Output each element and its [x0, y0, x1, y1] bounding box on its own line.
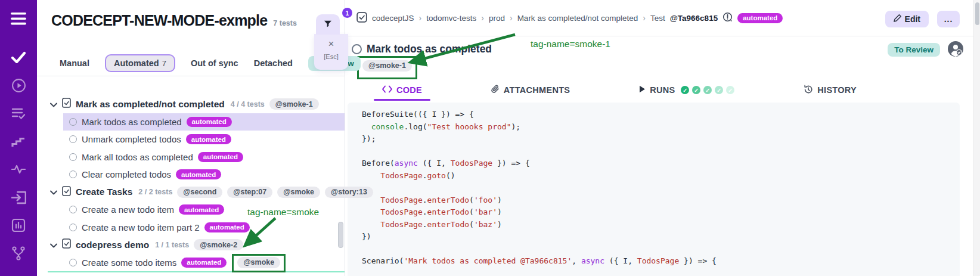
suite-row[interactable]: Create Tasks2 / 2 tests@second@step:07@s…	[37, 184, 345, 201]
tab-code[interactable]: CODE	[382, 85, 422, 95]
code-token: TodosPage	[380, 196, 422, 204]
test-row[interactable]: Create some todo itemsautomated@smoke	[63, 254, 345, 272]
test-title: Create some todo items	[82, 258, 176, 268]
tests-check-icon[interactable]	[10, 48, 27, 66]
breadcrumb-item[interactable]: prod	[489, 14, 505, 23]
tab-label: CODE	[396, 85, 422, 95]
code-token: 'baz'	[474, 220, 497, 229]
tab-out-of-sync[interactable]: Out of sync	[191, 58, 238, 68]
tab-automated[interactable]: Automated7	[105, 54, 175, 72]
code-token: "Test hoooks prod"	[427, 122, 511, 131]
run-passed-icon: ✓	[715, 86, 723, 94]
annotation-tag-name-smoke-1: tag-name=smoke-1	[531, 39, 610, 49]
breadcrumb-item[interactable]: codeceptJS	[372, 14, 414, 23]
run-passed-icon: ✓	[726, 86, 734, 94]
left-panel-scrollbar[interactable]	[338, 222, 343, 248]
code-line: Before(async ({ I, TodosPage }) => {	[362, 157, 960, 170]
analytics-icon[interactable]	[10, 216, 27, 234]
code-token: BeforeSuite(({ I }) => {	[362, 110, 474, 119]
tag-smoke-1[interactable]: @smoke-1	[362, 60, 412, 72]
tag-badge[interactable]: @smoke	[277, 187, 320, 198]
run-status-dots: ✓✓✓✓✓	[681, 86, 734, 94]
code-token: async	[395, 159, 418, 168]
code-token: TodosPage	[451, 159, 492, 168]
test-type-tabs: Manual Automated7 Out of sync Detached T…	[60, 52, 345, 74]
filter-count-badge: 1	[342, 8, 352, 18]
code-line: Scenario('Mark todos as completed @Ta966…	[362, 255, 960, 268]
doc-check-icon	[62, 98, 71, 110]
test-row[interactable]: Mark all todos as completedautomated	[63, 148, 345, 166]
tag-badge[interactable]: @smoke-1	[269, 98, 319, 110]
code-token: });	[362, 134, 376, 143]
test-circle-icon	[69, 135, 77, 143]
tag-badge[interactable]: @second	[177, 187, 222, 198]
tab-label: ATTACHMENTS	[504, 85, 570, 95]
suite-row[interactable]: codepress demo1 / 1 tests@smoke-2	[37, 236, 345, 254]
edit-button[interactable]: Edit	[885, 11, 929, 27]
test-title: Create a new todo item	[82, 204, 174, 215]
close-icon[interactable]: ×	[328, 39, 334, 49]
breadcrumb-item[interactable]: Test	[650, 14, 665, 23]
tab-detached[interactable]: Detached	[254, 58, 293, 68]
tab-automated-count: 7	[162, 59, 166, 68]
tag-badge[interactable]: @step:07	[227, 187, 272, 198]
suite-title: Mark as completed/not completed	[76, 99, 225, 110]
code-line: TodosPage.enterTodo('baz')	[362, 219, 960, 231]
code-token: )	[497, 207, 502, 216]
test-plans-icon[interactable]	[10, 104, 27, 122]
suite-test-count: 2 / 2 tests	[138, 188, 172, 196]
code-line	[362, 243, 960, 256]
tab-history[interactable]: HISTORY	[804, 85, 857, 96]
more-actions-button[interactable]: ...	[937, 11, 960, 27]
annotation-highlight-box: @smoke	[237, 257, 280, 268]
code-line: })	[362, 231, 960, 243]
esc-hint: [Esc]	[324, 53, 338, 60]
tag-badge[interactable]: @smoke-2	[194, 239, 243, 250]
detail-topbar: codeceptJS›todomvc-tests›prod›Mark as co…	[345, 0, 980, 36]
code-token: .	[423, 207, 427, 216]
divider	[37, 76, 345, 76]
pull-requests-icon[interactable]	[10, 188, 27, 206]
pulse-icon[interactable]	[10, 160, 27, 178]
tab-attachments[interactable]: ATTACHMENTS	[491, 84, 570, 96]
test-tree: Mark as completed/not completed4 / 4 tes…	[37, 95, 345, 272]
breadcrumb-separator: ›	[419, 13, 422, 23]
code-token: );	[511, 122, 520, 131]
test-row[interactable]: Create a new todo item part 2automated	[63, 219, 345, 237]
page-scrollbar-thumb[interactable]	[975, 2, 979, 25]
tab-label: RUNS	[650, 85, 675, 95]
suite-title: Create Tasks	[76, 187, 132, 197]
suite-test-count: 1 / 1 tests	[155, 241, 189, 249]
assignee-avatar[interactable]	[948, 41, 963, 57]
code-token: .log(	[404, 122, 427, 131]
runs-play-icon[interactable]	[10, 76, 27, 94]
code-token	[362, 207, 380, 216]
history-clock-icon[interactable]	[722, 12, 733, 24]
branches-icon[interactable]	[10, 244, 27, 262]
chevron-down-icon[interactable]	[50, 187, 57, 197]
status-badge[interactable]: To Review	[888, 43, 940, 57]
page-scrollbar[interactable]	[973, 0, 980, 276]
test-title: Mark todos as completed	[367, 43, 492, 55]
tab-manual[interactable]: Manual	[60, 58, 89, 68]
chevron-down-icon[interactable]	[50, 240, 57, 250]
tag-badge[interactable]: @story:13	[325, 187, 373, 198]
test-row[interactable]: Unmark completed todosautomated	[63, 131, 345, 148]
menu-icon[interactable]	[10, 10, 27, 27]
tag-badge[interactable]: @smoke	[237, 257, 280, 268]
filter-button[interactable]	[316, 14, 340, 35]
code-token: async	[581, 256, 604, 265]
breadcrumb-item[interactable]: Mark as completed/not completed	[517, 14, 638, 23]
breadcrumb-item[interactable]: todomvc-tests	[426, 14, 476, 23]
test-row[interactable]: Mark todos as completedautomated	[63, 113, 345, 131]
breadcrumb-separator: ›	[481, 13, 484, 23]
tests-count: 7 tests	[273, 19, 297, 27]
code-token: TodosPage	[637, 256, 679, 265]
chevron-down-icon[interactable]	[50, 99, 57, 110]
code-token: 'bar'	[474, 207, 497, 216]
suite-row[interactable]: Mark as completed/not completed4 / 4 tes…	[37, 95, 345, 113]
steps-icon[interactable]	[10, 132, 27, 150]
automated-badge: automated	[737, 13, 783, 23]
test-row[interactable]: Clear completed todosautomated	[63, 166, 345, 184]
tab-runs[interactable]: RUNS✓✓✓✓✓	[639, 85, 734, 95]
